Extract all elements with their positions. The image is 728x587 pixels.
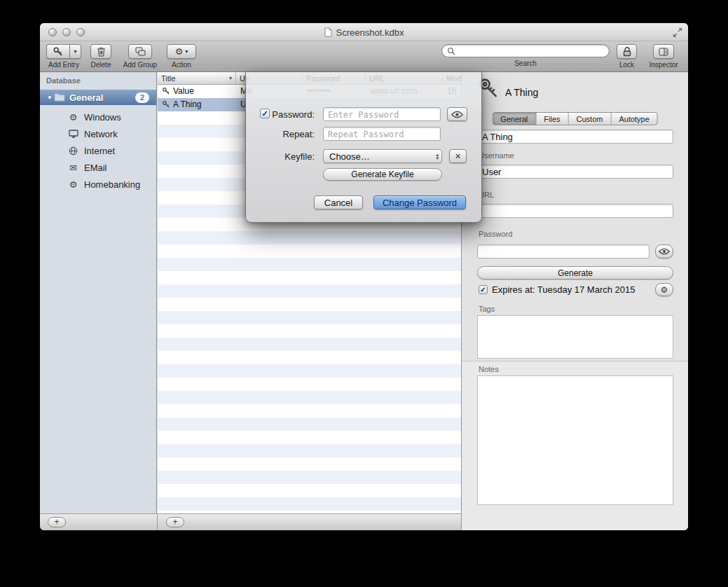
delete-button[interactable] [90, 44, 111, 59]
toolbar: ▾ Add Entry Delete A [40, 41, 688, 72]
key-icon [162, 100, 170, 109]
inspector-entry-title: A Thing [505, 87, 538, 98]
sidebar-group-general[interactable]: ▼ General 2 [40, 90, 156, 105]
sidebar-group-label: General [69, 92, 103, 103]
sidebar-item-label: Windows [84, 112, 121, 123]
display-icon [68, 130, 78, 138]
change-password-button[interactable]: Change Password [373, 195, 466, 209]
username-field[interactable] [477, 165, 673, 179]
sidebar-item-label: Network [84, 129, 118, 139]
sidebar-item-label: Homebanking [84, 179, 140, 190]
tab-autotype[interactable]: Autotype [611, 113, 657, 125]
inspector-label: Inspector [649, 61, 678, 69]
search-input[interactable] [441, 44, 610, 57]
sidebar-item-internet[interactable]: Internet [40, 142, 156, 159]
eye-icon [659, 248, 670, 255]
disclosure-triangle-icon[interactable]: ▼ [47, 95, 54, 101]
eye-icon [451, 111, 463, 118]
inspector-tabs: General Files Custom Autotype [492, 112, 658, 125]
notes-field[interactable] [477, 375, 673, 505]
entry-title: A Thing [173, 98, 233, 111]
sidebar: Database ▼ General 2 ⚙ Windows Network [40, 72, 157, 513]
add-group-control: Add Group [121, 44, 160, 69]
check-icon: ✓ [480, 286, 486, 294]
expires-checkbox-checked[interactable]: ✓ [479, 285, 488, 294]
action-button[interactable]: ⚙ ▾ [167, 44, 196, 59]
notes-label: Notes [479, 365, 499, 373]
gear-icon: ⚙ [661, 285, 668, 295]
entry-title: Value [173, 85, 233, 98]
bottom-bar-divider [157, 514, 158, 530]
entry-count-badge: 2 [135, 92, 149, 103]
notes-section: Notes [462, 361, 688, 530]
lock-label: Lock [619, 61, 634, 69]
title-field[interactable] [477, 130, 673, 144]
generate-password-button[interactable]: Generate [477, 266, 673, 279]
window-title-area: Screenshot.kdbx [40, 23, 688, 41]
generate-keyfile-button[interactable]: Generate Keyfile [323, 168, 442, 181]
key-icon [162, 87, 170, 95]
keyfile-popup-value: Choose… [329, 151, 370, 162]
sheet-password-input[interactable] [323, 107, 441, 121]
password-label: Password [479, 230, 512, 238]
close-x-icon: × [455, 151, 460, 162]
inspector-icon [659, 48, 668, 56]
group-folder-icon [135, 47, 146, 56]
reveal-password-button[interactable] [655, 244, 673, 258]
gear-icon: ⚙ [68, 179, 78, 190]
change-password-sheet: ✓ Password: Repeat: Keyfile: Choose… ▴▾ … [245, 72, 482, 223]
sheet-keyfile-label: Keyfile: [246, 151, 315, 162]
sidebar-item-windows[interactable]: ⚙ Windows [40, 109, 156, 125]
titlebar[interactable]: Screenshot.kdbx [40, 23, 688, 41]
cancel-button[interactable]: Cancel [314, 195, 363, 209]
add-entry-button[interactable] [46, 44, 69, 59]
sidebar-item-email[interactable]: ✉ EMail [40, 159, 156, 176]
chevron-down-icon: ▾ [74, 48, 76, 55]
folder-icon [54, 93, 65, 102]
column-label: Title [161, 74, 175, 83]
add-group-label: Add Group [123, 61, 157, 69]
action-label: Action [172, 61, 191, 69]
username-label: Username [479, 151, 514, 160]
delete-label: Delete [91, 61, 111, 69]
sidebar-section-header: Database [46, 76, 81, 85]
lock-control: Lock [617, 44, 637, 69]
sidebar-item-network[interactable]: Network [40, 125, 156, 142]
search-label: Search [514, 60, 537, 67]
trash-icon [97, 47, 106, 57]
inspector-panel-icon-button[interactable] [653, 44, 674, 59]
lock-icon [623, 47, 631, 57]
delete-control: Delete [90, 44, 111, 69]
lock-button[interactable] [617, 44, 637, 59]
add-group-button[interactable] [128, 44, 152, 59]
key-icon [53, 46, 64, 57]
inspector-control: Inspector [647, 44, 680, 69]
column-header-title[interactable]: Title ▾ [158, 72, 236, 84]
sheet-repeat-label: Repeat: [246, 129, 315, 139]
bottom-bar: + + [40, 513, 461, 530]
clear-keyfile-button[interactable]: × [449, 149, 467, 163]
tab-custom[interactable]: Custom [569, 113, 612, 125]
add-entry-control: ▾ Add Entry [46, 44, 81, 69]
add-group-plus-button[interactable]: + [48, 517, 66, 527]
sheet-password-label: Password: [246, 109, 315, 120]
tags-field[interactable] [477, 315, 673, 359]
sidebar-item-homebanking[interactable]: ⚙ Homebanking [40, 176, 156, 193]
add-entry-plus-button[interactable]: + [166, 517, 184, 527]
url-field[interactable] [477, 204, 673, 218]
add-entry-dropdown-button[interactable]: ▾ [69, 44, 81, 59]
password-field[interactable] [477, 244, 650, 258]
screen-background: Screenshot.kdbx ▾ Add E [0, 0, 728, 587]
add-entry-label: Add Entry [48, 61, 79, 69]
fullscreen-icon[interactable] [673, 28, 682, 37]
tab-general[interactable]: General [493, 113, 536, 125]
popup-arrows-icon: ▴▾ [436, 153, 439, 160]
sheet-repeat-input[interactable] [323, 127, 441, 141]
sheet-reveal-password-button[interactable] [447, 107, 467, 121]
globe-icon [68, 146, 78, 156]
search-icon [447, 47, 455, 55]
keyfile-popup-button[interactable]: Choose… ▴▾ [323, 149, 442, 163]
expires-gear-button[interactable]: ⚙ [655, 283, 673, 296]
tab-files[interactable]: Files [536, 113, 568, 125]
sidebar-item-label: Internet [84, 146, 115, 156]
